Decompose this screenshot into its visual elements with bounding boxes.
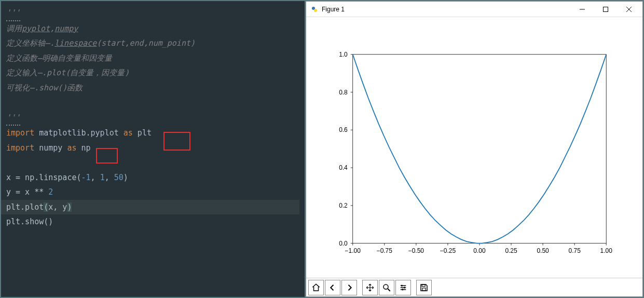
comment-line-5: 可视化—.show()函数: [6, 83, 83, 92]
import-line-2: import numpy as np: [6, 141, 299, 156]
chart-svg: −1.00−0.75−0.50−0.250.000.250.500.751.00…: [306, 17, 642, 278]
svg-text:0.8: 0.8: [339, 89, 348, 96]
svg-text:1.0: 1.0: [339, 51, 348, 58]
close-button[interactable]: [617, 2, 640, 17]
svg-rect-6: [353, 55, 606, 243]
titlebar[interactable]: Figure 1: [306, 2, 642, 17]
svg-text:1.00: 1.00: [600, 247, 613, 254]
maximize-button[interactable]: [594, 2, 617, 17]
plot-canvas[interactable]: −1.00−0.75−0.50−0.250.000.250.500.751.00…: [306, 17, 642, 278]
svg-text:−0.50: −0.50: [408, 247, 424, 254]
code-line-plot: plt.plot(x, y): [1, 200, 299, 215]
svg-point-37: [383, 285, 388, 289]
svg-rect-42: [401, 285, 402, 286]
comment-line-2: 定义坐标轴—.linespace(start,end,num_point): [6, 38, 195, 48]
code-line-y: y = x ** 2: [6, 185, 299, 200]
forward-button[interactable]: [341, 280, 357, 295]
code-line-linspace: x = np.linspace(-1, 1, 50): [6, 170, 299, 185]
import-line-1: import matplotlib.pyplot as plt: [6, 126, 299, 141]
svg-text:−1.00: −1.00: [345, 247, 361, 254]
svg-text:0.4: 0.4: [339, 164, 348, 171]
code-line-show: plt.show(): [6, 214, 299, 229]
save-button[interactable]: [416, 280, 432, 295]
home-button[interactable]: [308, 280, 324, 295]
pan-button[interactable]: [362, 280, 378, 295]
svg-rect-46: [422, 288, 426, 290]
svg-text:0.00: 0.00: [473, 247, 486, 254]
svg-text:0.0: 0.0: [339, 240, 348, 247]
back-button[interactable]: [325, 280, 340, 295]
docstring-open: ''': [6, 5, 20, 21]
svg-text:0.2: 0.2: [339, 202, 348, 209]
comment-line-3: 定义函数—明确自变量和因变量: [6, 53, 112, 63]
docstring-close: ''': [6, 110, 20, 126]
svg-line-38: [388, 289, 390, 291]
svg-text:0.6: 0.6: [339, 126, 348, 133]
svg-rect-43: [404, 287, 405, 288]
svg-rect-3: [603, 7, 608, 11]
window-title: Figure 1: [322, 6, 570, 13]
plot-toolbar: [306, 278, 642, 296]
configure-subplots-button[interactable]: [395, 280, 411, 295]
minimize-button[interactable]: [570, 2, 594, 17]
figure-window: Figure 1 −1.00−0.75−0.50−0.250.000.250.5…: [306, 1, 643, 297]
svg-text:0.50: 0.50: [537, 247, 549, 254]
code-editor[interactable]: ''' 调用pyplot,numpy 定义坐标轴—.linespace(star…: [1, 1, 306, 297]
svg-point-1: [314, 9, 317, 12]
svg-text:0.25: 0.25: [505, 247, 517, 254]
svg-text:−0.25: −0.25: [440, 247, 456, 254]
svg-rect-44: [402, 289, 403, 290]
svg-text:0.75: 0.75: [569, 247, 581, 254]
comment-line-4: 定义输入—.plot(自变量，因变量): [6, 68, 129, 77]
app-icon: [310, 5, 319, 13]
svg-text:−0.75: −0.75: [377, 247, 393, 254]
zoom-button[interactable]: [379, 280, 394, 295]
svg-rect-45: [422, 285, 425, 287]
comment-line-1: 调用pyplot,numpy: [6, 24, 78, 33]
